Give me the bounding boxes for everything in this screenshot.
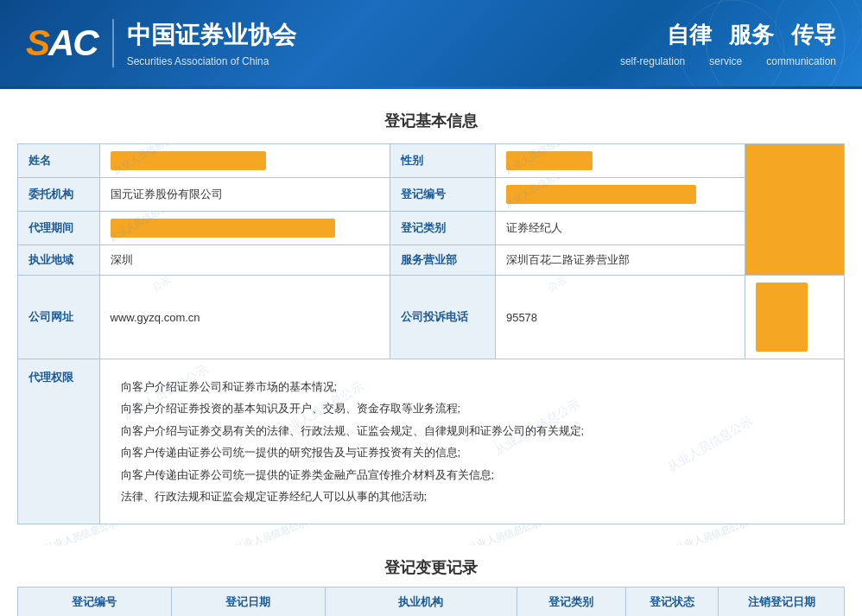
period-label: 代理期间 xyxy=(18,212,100,245)
website-label: 公司网址 xyxy=(18,276,100,359)
complaint-value: 95578 公示 xyxy=(495,276,745,359)
name-redacted xyxy=(111,151,266,170)
auth-item-2: 向客户介绍证券投资的基本知识及开户、交易、资金存取等业务流程; xyxy=(121,398,823,418)
org-value: 国元证券股份有限公司 xyxy=(99,178,390,212)
complaint-label: 公司投诉电话 xyxy=(390,276,496,359)
auth-content: 向客户介绍证券公司和证券市场的基本情况; 向客户介绍证券投资的基本知识及开户、交… xyxy=(99,359,844,524)
slogan-en-1: self-regulation xyxy=(620,55,685,67)
mid-watermark-2: 从业人员信息公示 xyxy=(233,524,309,545)
service-dept-label: 服务营业部 xyxy=(390,245,496,276)
col-reg-date: 登记日期 xyxy=(171,587,325,616)
gender-redacted xyxy=(506,151,593,170)
record-table: 登记编号 登记日期 执业机构 登记类别 登记状态 注销登记日期 国元证券股份有限… xyxy=(17,587,845,616)
slogan-en-3: communication xyxy=(766,55,836,67)
section1-title: 登记基本信息 xyxy=(17,102,845,143)
name-label: 姓名 xyxy=(18,144,100,178)
reg-type-value: 证券经纪人 xyxy=(495,212,745,245)
gender-label: 性别 xyxy=(390,144,496,178)
org-name-en: Securities Association of China xyxy=(127,55,296,67)
auth-item-1: 向客户介绍证券公司和证券市场的基本情况; xyxy=(121,377,823,397)
slogan-cn-2: 服务 xyxy=(729,20,774,50)
watermark-5: 公示 xyxy=(149,276,173,295)
table-row-period: 代理期间 从业人员信息公示 登记类别 证券经纪人 xyxy=(18,212,845,245)
slogan-en-2: service xyxy=(709,55,742,67)
reg-type-label: 登记类别 xyxy=(390,212,496,245)
mid-watermark-row: 从业人员信息公示 从业人员信息公示 从业人员信息公示 从业人员信息公示 xyxy=(17,524,845,545)
sac-acronym: SAC xyxy=(26,22,98,64)
region-label: 执业地域 xyxy=(18,245,100,276)
col-reg-type: 登记类别 xyxy=(517,587,625,616)
extra-redacted xyxy=(745,276,845,359)
table-row-region: 执业地域 深圳 服务营业部 深圳百花二路证券营业部 xyxy=(18,245,845,276)
slogan-cn-1: 自律 xyxy=(667,20,712,50)
auth-item-5: 向客户传递由证券公司统一提供的证券类金融产品宣传推介材料及有关信息; xyxy=(121,465,823,485)
slogan-section: 自律 服务 传导 self-regulation service communi… xyxy=(620,20,836,67)
photo-box xyxy=(764,171,826,249)
slogan-en: self-regulation service communication xyxy=(620,55,836,67)
page-header: SAC 中国证券业协会 Securities Association of Ch… xyxy=(0,0,862,86)
mid-watermark-1: 从业人员信息公示 xyxy=(43,524,119,545)
mid-watermark-4: 从业人员信息公示 xyxy=(674,524,750,545)
photo-redacted xyxy=(756,283,808,352)
section2-title: 登记变更记录 xyxy=(17,545,845,587)
gender-value: 从业人员信息公示 xyxy=(495,144,745,178)
org-label: 委托机构 xyxy=(18,178,100,212)
table-row-org: 委托机构 国元证券股份有限公司 登记编号 从业人员信息公示 xyxy=(18,178,845,212)
slogan-cn: 自律 服务 传导 xyxy=(667,20,836,50)
region-value: 深圳 xyxy=(99,245,390,276)
auth-item-4: 向客户传递由证券公司统一提供的研究报告及与证券投资有关的信息; xyxy=(121,442,823,462)
table-row-auth: 代理权限 向客户介绍证券公司和证券市场的基本情况; 向客户介绍证券投资的基本知识… xyxy=(18,359,845,524)
mid-watermark-3: 从业人员信息公示 xyxy=(466,524,542,545)
col-cancel: 注销登记日期 xyxy=(719,587,845,616)
reg-no-label: 登记编号 xyxy=(390,178,496,212)
logo-section: SAC 中国证券业协会 Securities Association of Ch… xyxy=(26,19,296,67)
slogan-cn-3: 传导 xyxy=(791,20,836,50)
col-org: 执业机构 xyxy=(325,587,517,616)
sac-logo: SAC 中国证券业协会 Securities Association of Ch… xyxy=(26,19,296,67)
period-redacted xyxy=(111,219,335,238)
photo-cell xyxy=(745,144,845,276)
col-reg-no: 登记编号 xyxy=(18,587,172,616)
record-table-header: 登记编号 登记日期 执业机构 登记类别 登记状态 注销登记日期 xyxy=(18,587,845,616)
main-content: 登记基本信息 姓名 从业人员信息公示 性别 从业人员信息公示 xyxy=(0,89,862,616)
col-status: 登记状态 xyxy=(626,587,719,616)
service-dept-value: 深圳百花二路证券营业部 xyxy=(495,245,745,276)
basic-info-table: 姓名 从业人员信息公示 性别 从业人员信息公示 委托机构 国元证券股份有限公司 … xyxy=(17,143,845,524)
watermark-6: 公示 xyxy=(546,276,569,295)
auth-label: 代理权限 xyxy=(18,359,100,524)
org-name-cn: 中国证券业协会 xyxy=(127,19,296,52)
website-value: www.gyzq.com.cn 公示 xyxy=(99,276,390,359)
reg-no-value: 从业人员信息公示 xyxy=(495,178,745,212)
reg-no-redacted xyxy=(506,185,696,204)
auth-item-6: 法律、行政法规和证监会规定证券经纪人可以从事的其他活动; xyxy=(121,486,823,506)
table-row-website: 公司网址 www.gyzq.com.cn 公示 公司投诉电话 95578 公示 xyxy=(18,276,845,359)
auth-text: 向客户介绍证券公司和证券市场的基本情况; 向客户介绍证券投资的基本知识及开户、交… xyxy=(111,366,833,517)
period-value: 从业人员信息公示 xyxy=(99,212,390,245)
auth-item-3: 向客户介绍与证券交易有关的法律、行政法规、证监会规定、自律规则和证券公司的有关规… xyxy=(121,421,823,441)
name-value: 从业人员信息公示 xyxy=(99,144,390,178)
table-row-name: 姓名 从业人员信息公示 性别 从业人员信息公示 xyxy=(18,144,845,178)
